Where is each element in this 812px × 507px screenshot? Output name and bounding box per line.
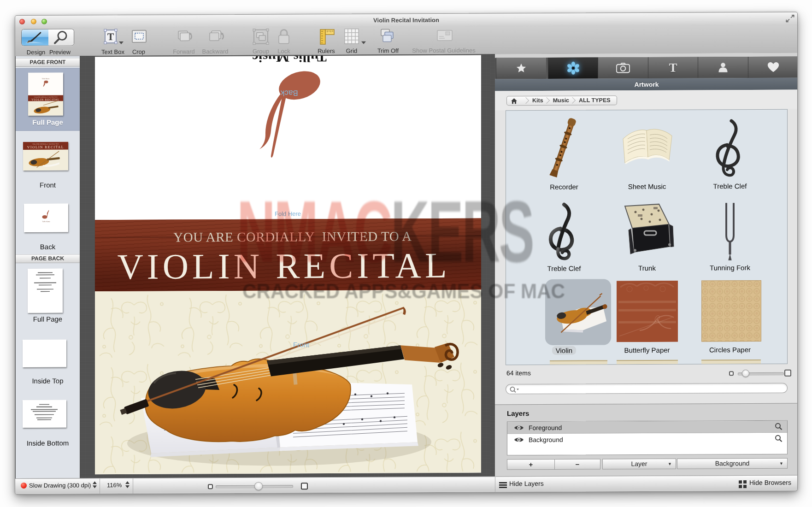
svg-text:T: T: [107, 31, 114, 42]
svg-text:VIOLIN RECITAL: VIOLIN RECITAL: [27, 145, 64, 149]
svg-text:Tullis Music: Tullis Music: [42, 221, 50, 223]
svg-text:Tullis Music: Tullis Music: [42, 78, 50, 80]
svg-text:VIOLIN RECITAL: VIOLIN RECITAL: [31, 98, 59, 101]
